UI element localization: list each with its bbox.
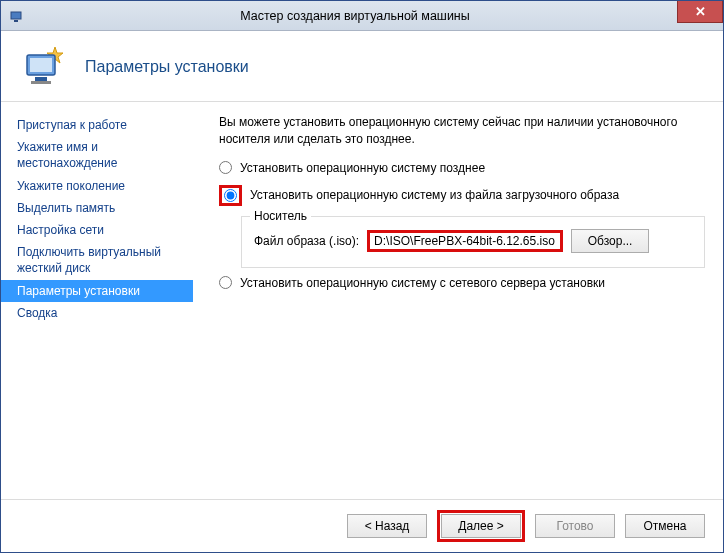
radio-install-from-image[interactable] [224, 189, 237, 202]
wizard-window: Мастер создания виртуальной машины ✕ Пар… [0, 0, 724, 553]
next-highlight-box: Далее > [437, 510, 525, 542]
footer: < Назад Далее > Готово Отмена [1, 500, 723, 552]
sidebar-item-networking[interactable]: Настройка сети [1, 219, 193, 241]
wizard-header-icon [21, 45, 69, 89]
back-button[interactable]: < Назад [347, 514, 427, 538]
option-install-later-label: Установить операционную систему позднее [240, 161, 485, 175]
image-path-input[interactable] [367, 230, 563, 252]
media-group-legend: Носитель [250, 209, 311, 223]
titlebar: Мастер создания виртуальной машины ✕ [1, 1, 723, 31]
browse-button[interactable]: Обзор... [571, 229, 649, 253]
sidebar-item-memory[interactable]: Выделить память [1, 197, 193, 219]
app-icon [7, 6, 27, 26]
close-button[interactable]: ✕ [677, 1, 723, 23]
option-install-later[interactable]: Установить операционную систему позднее [219, 161, 705, 175]
image-file-label: Файл образа (.iso): [254, 234, 359, 248]
svg-rect-5 [35, 77, 47, 81]
radio-highlight-box [219, 185, 242, 206]
option-install-from-image[interactable]: Установить операционную систему из файла… [219, 185, 705, 206]
wizard-body: Приступая к работе Укажите имя и местона… [1, 101, 723, 500]
page-title: Параметры установки [85, 58, 249, 76]
radio-install-later[interactable] [219, 161, 232, 174]
sidebar-item-name-location[interactable]: Укажите имя и местонахождение [1, 136, 193, 174]
sidebar-item-vhd[interactable]: Подключить виртуальный жесткий диск [1, 241, 193, 279]
svg-rect-0 [11, 12, 21, 19]
sidebar: Приступая к работе Укажите имя и местона… [1, 102, 193, 499]
sidebar-item-generation[interactable]: Укажите поколение [1, 175, 193, 197]
svg-rect-4 [30, 58, 52, 72]
intro-text: Вы можете установить операционную систем… [219, 114, 705, 149]
sidebar-item-summary[interactable]: Сводка [1, 302, 193, 324]
option-install-from-image-label: Установить операционную систему из файла… [250, 188, 619, 202]
option-install-network-label: Установить операционную систему с сетево… [240, 276, 605, 290]
window-title: Мастер создания виртуальной машины [27, 9, 683, 23]
svg-rect-6 [31, 81, 51, 84]
close-icon: ✕ [695, 4, 706, 19]
finish-button[interactable]: Готово [535, 514, 615, 538]
next-button[interactable]: Далее > [441, 514, 521, 538]
svg-rect-1 [14, 20, 18, 22]
content-pane: Вы можете установить операционную систем… [193, 102, 723, 499]
sidebar-item-getting-started[interactable]: Приступая к работе [1, 114, 193, 136]
cancel-button[interactable]: Отмена [625, 514, 705, 538]
sidebar-item-install-options[interactable]: Параметры установки [1, 280, 193, 302]
header: Параметры установки [1, 31, 723, 101]
image-file-row: Файл образа (.iso): Обзор... [254, 229, 692, 253]
radio-install-network[interactable] [219, 276, 232, 289]
option-install-network[interactable]: Установить операционную систему с сетево… [219, 276, 705, 290]
media-groupbox: Носитель Файл образа (.iso): Обзор... [241, 216, 705, 268]
